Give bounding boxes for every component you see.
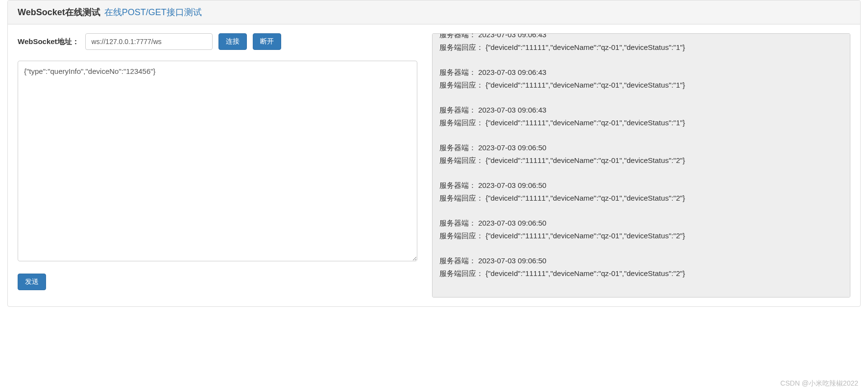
- log-server-line: 服务器端： 2023-07-03 09:06:50: [439, 179, 843, 192]
- page-title: WebSocket在线测试: [18, 6, 100, 18]
- log-entry: 服务器端： 2023-07-03 09:06:50服务端回应： {"device…: [439, 217, 843, 242]
- message-input[interactable]: [18, 61, 417, 261]
- left-column: WebSocket地址： 连接 断开 发送: [18, 33, 417, 298]
- panel-header: WebSocket在线测试 在线POST/GET接口测试: [8, 0, 860, 24]
- log-entry: 服务器端： 2023-07-03 09:06:43服务端回应： {"device…: [439, 66, 843, 91]
- log-entry: 服务器端： 2023-07-03 09:06:50服务端回应： {"device…: [439, 141, 843, 166]
- log-response-line: 服务端回应： {"deviceId":"11111","deviceName":…: [439, 116, 843, 129]
- address-label: WebSocket地址：: [18, 37, 79, 46]
- log-entry: 服务器端： 2023-07-03 09:06:43服务端回应： {"device…: [439, 104, 843, 129]
- send-row: 发送: [18, 274, 417, 290]
- log-response-line: 服务端回应： {"deviceId":"11111","deviceName":…: [439, 41, 843, 54]
- log-response-line: 服务端回应： {"deviceId":"11111","deviceName":…: [439, 267, 843, 280]
- server-log-panel[interactable]: 服务器端： 2023-07-03 09:06:43服务端回应： {"device…: [432, 33, 850, 298]
- log-server-line: 服务器端： 2023-07-03 09:06:50: [439, 254, 843, 267]
- log-entry: 服务器端： 2023-07-03 09:06:50服务端回应： {"device…: [439, 254, 843, 279]
- log-response-line: 服务端回应： {"deviceId":"11111","deviceName":…: [439, 192, 843, 205]
- right-column: 服务器端： 2023-07-03 09:06:43服务端回应： {"device…: [432, 33, 850, 298]
- connect-button[interactable]: 连接: [218, 33, 247, 50]
- log-server-line: 服务器端： 2023-07-03 09:06:50: [439, 141, 843, 154]
- log-server-line: 服务器端： 2023-07-03 09:06:43: [439, 33, 843, 41]
- log-server-line: 服务器端： 2023-07-03 09:06:43: [439, 104, 843, 116]
- panel-body: WebSocket地址： 连接 断开 发送 服务器端： 2023-07-03 0…: [8, 24, 860, 306]
- address-row: WebSocket地址： 连接 断开: [18, 33, 417, 50]
- log-response-line: 服务端回应： {"deviceId":"11111","deviceName":…: [439, 154, 843, 167]
- log-server-line: 服务器端： 2023-07-03 09:06:50: [439, 217, 843, 230]
- log-entry: 服务器端： 2023-07-03 09:06:50服务端回应： {"device…: [439, 179, 843, 204]
- disconnect-button[interactable]: 断开: [253, 33, 281, 50]
- main-panel: WebSocket在线测试 在线POST/GET接口测试 WebSocket地址…: [7, 0, 861, 307]
- post-get-test-link[interactable]: 在线POST/GET接口测试: [104, 6, 202, 18]
- log-entry: 服务器端： 2023-07-03 09:06:43服务端回应： {"device…: [439, 33, 843, 53]
- send-button[interactable]: 发送: [18, 274, 46, 290]
- log-response-line: 服务端回应： {"deviceId":"11111","deviceName":…: [439, 79, 843, 92]
- log-server-line: 服务器端： 2023-07-03 09:06:43: [439, 66, 843, 79]
- log-response-line: 服务端回应： {"deviceId":"11111","deviceName":…: [439, 230, 843, 242]
- websocket-address-input[interactable]: [85, 33, 213, 50]
